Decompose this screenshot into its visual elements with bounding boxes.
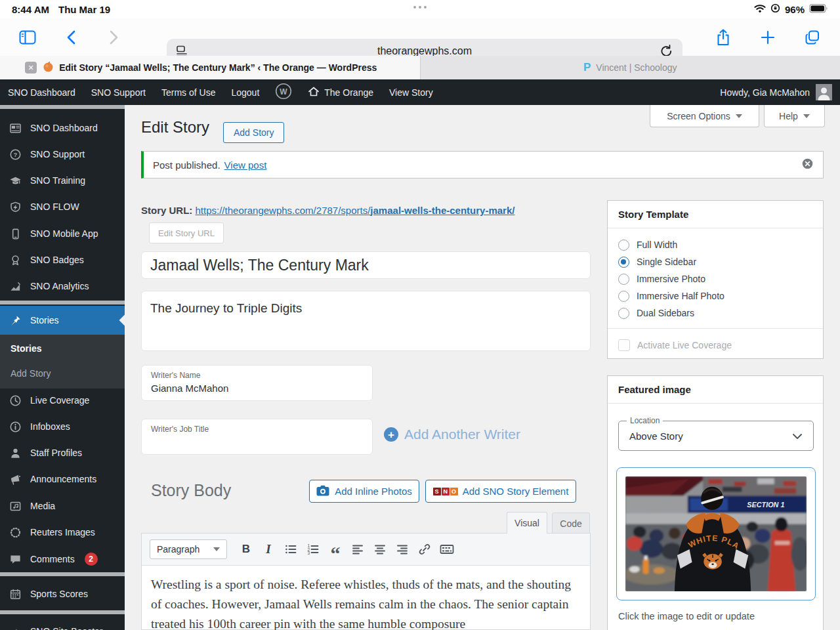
featured-image-thumbnail[interactable]: SECTION 1 WHITE PLAINS <box>616 467 816 600</box>
submenu-add-story[interactable]: Add Story <box>0 361 125 386</box>
mobile-phone-icon <box>9 228 22 240</box>
person-icon <box>9 447 22 459</box>
help-button[interactable]: Help <box>764 105 825 127</box>
tab-visual[interactable]: Visual <box>507 512 547 534</box>
wp-sidebar-menu: SNO Dashboard ? SNO Support SNO Training… <box>0 105 125 630</box>
adminbar-site-link[interactable]: The Orange <box>308 86 373 99</box>
align-center-button[interactable] <box>370 539 390 559</box>
sidebar-item-infoboxes[interactable]: Infoboxes <box>0 413 125 440</box>
link-button[interactable] <box>415 539 434 559</box>
tabs-overview-icon[interactable] <box>802 27 823 48</box>
blockquote-button[interactable]: “ <box>326 535 345 564</box>
add-story-button[interactable]: Add Story <box>223 122 284 143</box>
writer-name-field[interactable]: Writer's Name Gianna McMahon <box>141 365 373 401</box>
clock-time: 8:44 AM <box>12 4 49 15</box>
sidebar-toggle-icon[interactable] <box>17 27 38 48</box>
view-post-link[interactable]: View post <box>224 159 267 171</box>
story-body-heading: Story Body <box>151 481 231 500</box>
radio-immersive-half-photo[interactable]: Immersive Half Photo <box>618 287 812 304</box>
align-right-button[interactable] <box>392 539 412 559</box>
edit-story-url-button[interactable]: Edit Story URL <box>149 222 224 243</box>
adminbar-sno-support[interactable]: SNO Support <box>91 87 146 98</box>
sidebar-item-sno-badges[interactable]: SNO Badges <box>0 247 125 273</box>
story-title-input[interactable]: Jamaal Wells; The Century Mark <box>141 251 591 279</box>
sidebar-item-media[interactable]: Media <box>0 493 125 519</box>
forward-button[interactable] <box>104 27 125 48</box>
sidebar-item-sports-scores[interactable]: Sports Scores <box>0 581 125 607</box>
avatar[interactable] <box>816 84 832 100</box>
activate-live-coverage-row: Activate Live Coverage <box>608 328 823 361</box>
add-another-writer-button[interactable]: + Add Another Writer <box>384 427 520 442</box>
howdy-greeting[interactable]: Howdy, Gia McMahon <box>720 87 810 98</box>
tab-title: Edit Story “Jamaal Wells; The Century Ma… <box>59 62 377 73</box>
bold-button[interactable]: B <box>236 539 256 559</box>
radio-icon[interactable] <box>618 274 629 285</box>
radio-full-width[interactable]: Full Width <box>618 236 812 253</box>
sidebar-item-sno-analytics[interactable]: SNO Analytics <box>0 273 125 299</box>
writer-job-title-field[interactable]: Writer's Job Title <box>141 419 373 455</box>
sidebar-item-reuters-images[interactable]: Reuters Images <box>0 519 125 545</box>
dismiss-notice-icon[interactable] <box>801 158 814 172</box>
radio-icon[interactable] <box>618 291 629 302</box>
sidebar-item-sno-support[interactable]: ? SNO Support <box>0 141 125 167</box>
adminbar-terms-of-use[interactable]: Terms of Use <box>161 87 215 98</box>
clock-icon <box>9 394 22 407</box>
radio-immersive-photo[interactable]: Immersive Photo <box>618 270 812 287</box>
adminbar-logout[interactable]: Logout <box>231 87 259 98</box>
add-sno-story-element-button[interactable]: SNO Add SNO Story Element <box>425 480 576 503</box>
radio-selected-icon[interactable] <box>618 257 629 268</box>
menu-separator <box>0 572 125 576</box>
wordpress-logo-icon[interactable]: W <box>275 83 292 102</box>
radio-icon[interactable] <box>618 240 629 251</box>
multitasking-indicator-icon[interactable] <box>413 6 427 9</box>
adminbar-sno-dashboard[interactable]: SNO Dashboard <box>8 87 75 98</box>
sidebar-item-sno-flow[interactable]: SNO FLOW <box>0 194 125 220</box>
award-badge-icon <box>9 254 22 266</box>
radio-icon[interactable] <box>618 308 629 319</box>
back-button[interactable] <box>60 27 81 48</box>
tab-schoology[interactable]: P Vincent | Schoology <box>421 56 840 79</box>
paragraph-format-select[interactable]: Paragraph <box>150 539 227 559</box>
toolbar-toggle-button[interactable] <box>437 539 457 559</box>
svg-text:?: ? <box>14 150 18 158</box>
close-tab-icon[interactable]: ✕ <box>25 62 37 74</box>
tab-code[interactable]: Code <box>552 513 590 534</box>
sno-logo-icon: SNO <box>433 488 458 495</box>
sidebar-item-sno-training[interactable]: SNO Training <box>0 167 125 194</box>
align-left-button[interactable] <box>348 539 368 559</box>
adminbar-view-story[interactable]: View Story <box>389 87 433 98</box>
writer-name-value: Gianna McMahon <box>151 383 363 394</box>
sidebar-item-stories[interactable]: Stories <box>0 306 125 335</box>
story-template-title: Story Template <box>608 201 823 228</box>
writer-job-title-label: Writer's Job Title <box>151 425 363 434</box>
add-inline-photos-button[interactable]: Add Inline Photos <box>309 480 419 503</box>
sidebar-item-sno-dashboard[interactable]: SNO Dashboard <box>0 115 125 141</box>
new-tab-icon[interactable] <box>757 27 778 48</box>
sidebar-item-sno-site-booster[interactable]: SNO Site Booster <box>0 618 125 630</box>
sidebar-item-live-coverage[interactable]: Live Coverage <box>0 387 125 413</box>
camera-icon <box>316 485 329 498</box>
story-subtitle-input[interactable]: The Journey to Triple Digits <box>141 291 591 351</box>
bullet-list-button[interactable] <box>281 539 301 559</box>
screen-options-button[interactable]: Screen Options <box>650 105 759 127</box>
radio-single-sidebar[interactable]: Single Sidebar <box>618 253 812 270</box>
story-url-link[interactable]: https://theorangewphs.com/2787/sports/ja… <box>196 205 515 216</box>
sidebar-item-announcements[interactable]: Announcements <box>0 466 125 492</box>
menu-separator <box>0 610 125 614</box>
numbered-list-button[interactable]: 123 <box>303 539 323 559</box>
share-icon[interactable] <box>713 27 734 48</box>
svg-text:3: 3 <box>308 551 310 555</box>
sidebar-item-comments[interactable]: Comments 2 <box>0 546 125 572</box>
help-icon: ? <box>9 148 22 161</box>
italic-button[interactable]: I <box>259 539 278 559</box>
checkbox-icon[interactable] <box>618 339 630 351</box>
location-select[interactable]: Location Above Story <box>618 421 814 451</box>
tab-title: Vincent | Schoology <box>596 62 677 73</box>
sidebar-item-staff-profiles[interactable]: Staff Profiles <box>0 440 125 466</box>
sidebar-item-sno-mobile-app[interactable]: SNO Mobile App <box>0 220 125 247</box>
menu-separator <box>0 301 125 304</box>
submenu-stories[interactable]: Stories <box>0 336 125 361</box>
story-body-text[interactable]: Wrestling is a sport of noise. Referee w… <box>142 566 590 630</box>
radio-dual-sidebars[interactable]: Dual Sidebars <box>618 304 812 322</box>
tab-wordpress-edit-story[interactable]: ✕ Edit Story “Jamaal Wells; The Century … <box>0 56 421 79</box>
